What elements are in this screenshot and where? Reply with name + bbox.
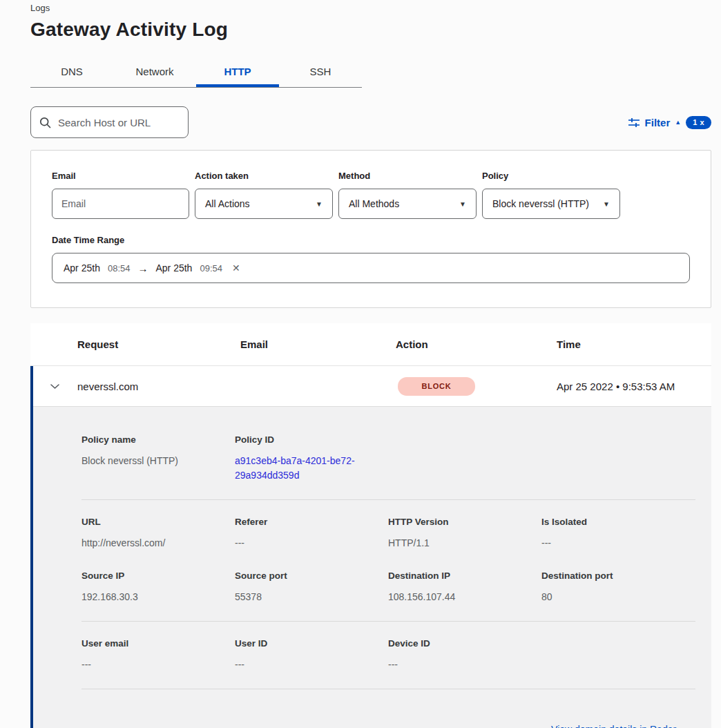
policy-section: Policy name Block neverssl (HTTP) Policy… xyxy=(81,434,695,483)
date-from-day: Apr 25th xyxy=(64,262,100,274)
expanded-log-entry: neverssl.com BLOCK Apr 25 2022 • 9:53:53… xyxy=(30,366,711,728)
is-isolated-value: --- xyxy=(541,536,695,550)
filter-count-badge[interactable]: 1 x xyxy=(686,116,711,129)
breadcrumb: Logs xyxy=(30,0,711,13)
filter-button[interactable]: Filter ▲ 1 x xyxy=(628,116,711,129)
action-select[interactable]: All Actions ▼ xyxy=(195,189,333,219)
url-label: URL xyxy=(81,517,235,527)
network-section: Source IP 192.168.30.3 Source port 55378… xyxy=(81,571,695,604)
referer-value: --- xyxy=(235,536,388,550)
search-box[interactable] xyxy=(30,106,189,138)
email-filter-field: Email xyxy=(52,171,189,219)
search-filter-row: Filter ▲ 1 x xyxy=(30,106,711,138)
destination-port-value: 80 xyxy=(541,590,695,604)
date-range-field: Date Time Range Apr 25th 08:54 → Apr 25t… xyxy=(52,235,690,283)
col-header-email: Email xyxy=(240,338,396,350)
user-section: User email --- User ID --- Device ID --- xyxy=(81,638,695,672)
date-to-time: 09:54 xyxy=(200,263,222,274)
method-select[interactable]: All Methods ▼ xyxy=(338,189,477,219)
policy-select[interactable]: Block neverssl (HTTP) ▼ xyxy=(482,189,620,219)
email-filter-label: Email xyxy=(52,171,189,181)
search-input[interactable] xyxy=(58,117,195,128)
device-id-value: --- xyxy=(388,658,541,672)
block-status-badge: BLOCK xyxy=(398,377,475,396)
date-range-picker[interactable]: Apr 25th 08:54 → Apr 25th 09:54 ✕ xyxy=(52,253,690,283)
method-select-value: All Methods xyxy=(349,198,399,209)
policy-id-label: Policy ID xyxy=(235,434,388,445)
destination-ip-label: Destination IP xyxy=(388,571,541,581)
user-id-label: User ID xyxy=(235,638,388,649)
date-to-day: Apr 25th xyxy=(155,262,192,274)
date-range-label: Date Time Range xyxy=(52,235,690,245)
method-filter-field: Method All Methods ▼ xyxy=(338,171,477,219)
arrow-right-icon: → xyxy=(137,262,148,274)
table-header-row: Request Email Action Time xyxy=(30,323,711,366)
row-time: Apr 25 2022 • 9:53:53 AM xyxy=(557,381,711,392)
clear-date-range-icon[interactable]: ✕ xyxy=(232,262,240,274)
is-isolated-label: Is Isolated xyxy=(541,517,695,527)
policy-name-value: Block neverssl (HTTP) xyxy=(81,454,235,468)
policy-id-link[interactable]: a91c3eb4-ba7a-4201-be72-29a934dd359d xyxy=(235,454,370,483)
action-select-value: All Actions xyxy=(205,198,250,209)
device-id-label: Device ID xyxy=(388,638,541,649)
chevron-down-icon[interactable] xyxy=(50,383,77,390)
col-header-time: Time xyxy=(557,338,711,350)
filter-panel: Email Action taken All Actions ▼ Method … xyxy=(30,150,711,308)
referer-label: Referer xyxy=(235,517,388,527)
url-section: URL http://neverssl.com/ Referer --- HTT… xyxy=(81,517,695,550)
caret-down-icon: ▼ xyxy=(603,200,610,208)
view-radar-link[interactable]: View domain details in Radar → xyxy=(551,724,689,728)
search-icon xyxy=(39,117,51,128)
table-row[interactable]: neverssl.com BLOCK Apr 25 2022 • 9:53:53… xyxy=(33,366,711,406)
col-header-action: Action xyxy=(396,338,557,350)
http-version-value: HTTP/1.1 xyxy=(388,536,541,550)
source-ip-label: Source IP xyxy=(81,571,235,581)
divider xyxy=(81,621,695,622)
log-detail-panel: Policy name Block neverssl (HTTP) Policy… xyxy=(33,406,711,728)
policy-name-label: Policy name xyxy=(81,434,235,445)
divider xyxy=(81,499,695,500)
source-port-label: Source port xyxy=(235,571,388,581)
caret-down-icon: ▼ xyxy=(459,200,466,208)
filter-sliders-icon xyxy=(628,117,640,128)
user-id-value: --- xyxy=(235,658,388,672)
destination-ip-value: 108.156.107.44 xyxy=(388,590,541,604)
log-table: Request Email Action Time neverssl.com B… xyxy=(30,323,711,728)
action-filter-field: Action taken All Actions ▼ xyxy=(195,171,333,219)
source-ip-value: 192.168.30.3 xyxy=(81,590,235,604)
source-port-value: 55378 xyxy=(235,590,388,604)
destination-port-label: Destination port xyxy=(541,571,695,581)
policy-filter-field: Policy Block neverssl (HTTP) ▼ xyxy=(482,171,620,219)
tab-network[interactable]: Network xyxy=(113,57,196,87)
tab-ssh[interactable]: SSH xyxy=(279,57,362,87)
divider xyxy=(81,689,695,689)
caret-down-icon: ▼ xyxy=(316,200,323,208)
date-from-time: 08:54 xyxy=(108,263,131,274)
action-filter-label: Action taken xyxy=(195,171,333,181)
url-value: http://neverssl.com/ xyxy=(81,536,235,550)
caret-up-icon: ▲ xyxy=(675,119,681,126)
tab-http[interactable]: HTTP xyxy=(196,57,279,87)
filter-label: Filter xyxy=(645,117,671,128)
method-filter-label: Method xyxy=(338,171,477,181)
user-email-value: --- xyxy=(81,658,235,672)
user-email-label: User email xyxy=(81,638,235,649)
tab-bar: DNS Network HTTP SSH xyxy=(30,57,362,88)
email-filter-input[interactable] xyxy=(52,189,189,219)
http-version-label: HTTP Version xyxy=(388,517,541,527)
page: Logs Gateway Activity Log DNS Network HT… xyxy=(0,0,721,728)
col-header-request: Request xyxy=(77,338,240,350)
row-request: neverssl.com xyxy=(77,381,240,392)
policy-filter-label: Policy xyxy=(482,171,620,181)
page-title: Gateway Activity Log xyxy=(30,19,711,41)
tab-dns[interactable]: DNS xyxy=(30,57,113,87)
policy-select-value: Block neverssl (HTTP) xyxy=(492,198,589,209)
